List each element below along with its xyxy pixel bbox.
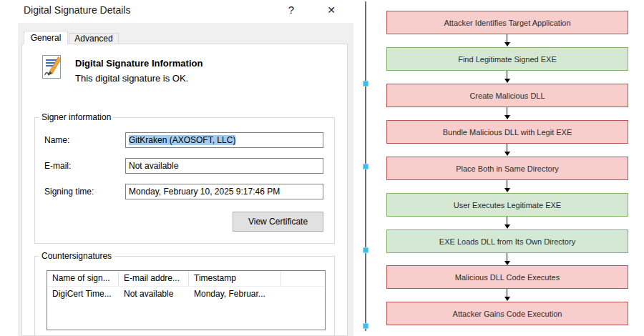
countersignatures-legend: Countersignatures [39,251,114,261]
name-input-selected-value: GitKraken (AXOSOFT, LLC) [129,135,235,145]
flow-arrow-icon [507,71,507,79]
flow-arrow-icon [507,253,507,261]
flow-step[interactable]: User Executes Legitimate EXE [386,193,628,217]
signature-document-icon [39,54,65,80]
selection-handle[interactable] [363,81,369,87]
flow-arrow-icon [507,144,507,152]
flow-arrow-icon [507,180,507,188]
email-input[interactable]: Not available [125,158,323,174]
flow-step[interactable]: Place Both in Same Directory [386,157,628,180]
flow-step[interactable]: Attacker Gains Code Execution [386,302,628,325]
view-certificate-button[interactable]: View Certificate [233,212,323,232]
dialog-title: Digital Signature Details [24,4,130,16]
selection-handle[interactable] [363,323,369,329]
selection-handle[interactable] [363,247,369,253]
column-header-name[interactable]: Name of sign... [47,271,119,286]
flow-step-label: Place Both in Same Directory [456,164,559,173]
cell-email: Not available [119,287,189,302]
tab-general[interactable]: General [24,31,68,44]
flow-step-label: User Executes Legitimate EXE [454,201,561,209]
signing-time-input[interactable]: Monday, February 10, 2025 9:17:46 PM [125,184,323,199]
name-input[interactable]: GitKraken (AXOSOFT, LLC) [125,132,323,148]
signer-information-legend: Signer information [39,112,114,122]
flow-step[interactable]: Find Legitimate Signed EXE [386,47,628,71]
table-row[interactable]: DigiCert Time... Not available Monday, F… [47,287,325,302]
flow-arrow-icon [507,289,507,297]
close-button[interactable]: ✕ [324,3,338,17]
column-header-spacer [281,271,325,286]
signature-status-text: This digital signature is OK. [75,73,188,84]
signing-time-field-label: Signing time: [44,187,94,197]
email-field-label: E-mail: [44,161,71,171]
flow-step-label: EXE Loads DLL from Its Own Directory [439,237,575,246]
email-input-value: Not available [129,161,178,171]
tab-advanced[interactable]: Advanced [69,33,119,44]
help-button[interactable]: ? [284,3,298,17]
flow-step[interactable]: EXE Loads DLL from Its Own Directory [386,229,628,253]
flow-arrow-icon [507,107,507,115]
flow-step[interactable]: Malicious DLL Code Executes [386,265,628,289]
flow-arrow-icon [507,217,507,224]
flow-arrow-icon [507,34,507,42]
table-header-row: Name of sign... E-mail addre... Timestam… [47,271,325,287]
signing-time-input-value: Monday, February 10, 2025 9:17:46 PM [129,187,280,197]
flow-step[interactable]: Create Malicious DLL [386,84,628,107]
name-field-label: Name: [44,135,69,145]
column-header-email[interactable]: E-mail addre... [119,271,189,286]
flow-step-label: Attacker Identifies Target Application [444,19,570,27]
column-header-timestamp[interactable]: Timestamp [189,271,281,286]
cell-spacer [281,287,325,302]
flow-step-label: Malicious DLL Code Executes [455,273,560,282]
flow-step-label: Attacker Gains Code Execution [453,310,562,318]
cell-timestamp: Monday, Februar... [189,287,281,302]
countersignatures-table: Name of sign... E-mail addre... Timestam… [47,270,326,330]
flow-step-label: Bundle Malicious DLL with Legit EXE [443,128,572,137]
screenshot-canvas: Digital Signature Details ? ✕ General Ad… [0,0,644,336]
signature-info-heading: Digital Signature Information [75,58,203,69]
cell-signer-name: DigiCert Time... [47,287,119,302]
flow-step[interactable]: Bundle Malicious DLL with Legit EXE [386,120,628,144]
flow-step-label: Find Legitimate Signed EXE [458,55,557,64]
flow-step-label: Create Malicious DLL [469,92,545,100]
selection-handle[interactable] [363,164,369,169]
flow-step[interactable]: Attacker Identifies Target Application [386,11,628,34]
